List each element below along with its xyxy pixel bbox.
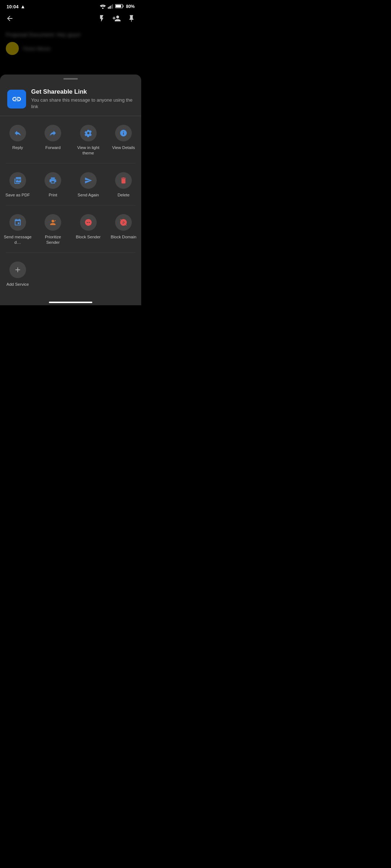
bottom-sheet: Get Shareable Link You can share this me… xyxy=(0,75,141,305)
reply-icon xyxy=(14,129,22,137)
print-button[interactable]: Print xyxy=(35,166,71,202)
drag-handle[interactable] xyxy=(63,78,78,80)
nav-bar xyxy=(49,302,92,303)
view-details-label: View Details xyxy=(112,145,135,150)
print-icon-circle xyxy=(45,172,61,189)
sheet-subtitle: You can share this message to anyone usi… xyxy=(31,97,134,110)
send-message-d-icon-circle xyxy=(9,214,26,231)
reply-label: Reply xyxy=(12,145,23,150)
shareable-link-icon xyxy=(7,90,26,109)
print-icon xyxy=(49,176,57,184)
send-message-d-button[interactable]: Send message d… xyxy=(0,208,35,250)
svg-point-0 xyxy=(102,8,104,9)
save-pdf-button[interactable]: Save as PDF xyxy=(0,166,35,202)
status-time: 10:04 ▲ xyxy=(7,4,25,9)
add-service-label: Add Service xyxy=(7,282,29,287)
block-domain-label: Block Domain xyxy=(111,234,136,240)
add-service-button[interactable]: Add Service xyxy=(0,256,35,292)
prioritize-sender-icon-circle xyxy=(45,214,61,231)
avatar-1 xyxy=(6,42,19,55)
block-sender-label: Block Sender xyxy=(76,234,101,240)
sheet-header: Get Shareable Link You can share this me… xyxy=(0,85,141,116)
send-again-label: Send Again xyxy=(77,192,99,198)
email-row-1: Trevor Moore xyxy=(6,42,135,55)
status-icons: 80% xyxy=(100,4,135,9)
flash-button[interactable] xyxy=(98,14,106,25)
view-details-button[interactable]: View Details xyxy=(106,119,142,160)
block-sender-icon xyxy=(84,218,92,226)
send-again-icon-circle xyxy=(80,172,97,189)
forward-label: Forward xyxy=(45,145,60,150)
sheet-title: Get Shareable Link xyxy=(31,88,134,95)
prioritize-sender-label: Prioritize Sender xyxy=(38,234,68,245)
save-pdf-icon-circle xyxy=(9,172,26,189)
delete-button[interactable]: Delete xyxy=(106,166,142,202)
svg-rect-1 xyxy=(108,7,109,9)
svg-rect-5 xyxy=(112,4,113,9)
delete-icon-circle xyxy=(115,172,132,189)
forward-icon-circle xyxy=(45,125,61,141)
delete-label: Delete xyxy=(118,192,130,198)
forward-button[interactable]: Forward xyxy=(35,119,71,160)
actions-row-2: Save as PDF Print Send Again xyxy=(0,163,141,205)
signal-icon xyxy=(108,4,113,9)
info-icon xyxy=(119,129,127,137)
view-light-theme-button[interactable]: View in light theme xyxy=(71,119,106,160)
plus-icon xyxy=(14,266,22,274)
delete-icon xyxy=(119,176,127,184)
battery-icon xyxy=(115,4,124,8)
block-sender-button[interactable]: Block Sender xyxy=(71,208,106,250)
view-light-icon-circle xyxy=(80,125,97,141)
settings-icon xyxy=(84,129,92,137)
svg-rect-3 xyxy=(110,6,111,9)
status-bar: 10:04 ▲ 80% xyxy=(0,0,141,11)
send-icon xyxy=(84,176,92,184)
send-message-d-label: Send message d… xyxy=(3,234,33,245)
print-label: Print xyxy=(49,192,57,198)
email-subject: Proposal Document: Hey guys! xyxy=(6,31,135,38)
link-svg xyxy=(12,94,22,104)
svg-rect-7 xyxy=(123,5,123,7)
add-person-button[interactable] xyxy=(112,14,121,25)
forward-icon xyxy=(49,129,57,137)
battery-status xyxy=(115,4,124,9)
sender-1: Trevor Moore xyxy=(22,46,135,51)
svg-rect-8 xyxy=(115,5,121,7)
prioritize-icon xyxy=(49,218,57,226)
notification-icon: ▲ xyxy=(20,4,25,9)
actions-row-4: Add Service xyxy=(0,253,141,294)
svg-rect-4 xyxy=(111,5,112,9)
block-sender-icon-circle xyxy=(80,214,97,231)
pdf-icon xyxy=(14,176,22,184)
download-icon xyxy=(14,218,22,226)
actions-row-1: Reply Forward View in light theme xyxy=(0,116,141,163)
back-button[interactable] xyxy=(6,14,14,25)
add-service-icon-circle xyxy=(9,261,26,278)
block-domain-icon-circle xyxy=(115,214,132,231)
actions-row-3: Send message d… Prioritize Sender Block xyxy=(0,205,141,252)
wifi-icon xyxy=(100,4,106,9)
reply-icon-circle xyxy=(9,125,26,141)
svg-rect-2 xyxy=(109,7,110,9)
reply-button[interactable]: Reply xyxy=(0,119,35,160)
view-light-label: View in light theme xyxy=(73,145,103,156)
block-domain-icon xyxy=(119,218,127,226)
view-details-icon-circle xyxy=(115,125,132,141)
pin-button[interactable] xyxy=(127,14,135,25)
sheet-header-text: Get Shareable Link You can share this me… xyxy=(31,88,134,110)
battery-percent: 80% xyxy=(126,4,135,9)
prioritize-sender-button[interactable]: Prioritize Sender xyxy=(35,208,71,250)
save-pdf-label: Save as PDF xyxy=(5,192,30,198)
top-bar xyxy=(0,11,141,28)
send-again-button[interactable]: Send Again xyxy=(71,166,106,202)
block-domain-button[interactable]: Block Domain xyxy=(106,208,142,250)
